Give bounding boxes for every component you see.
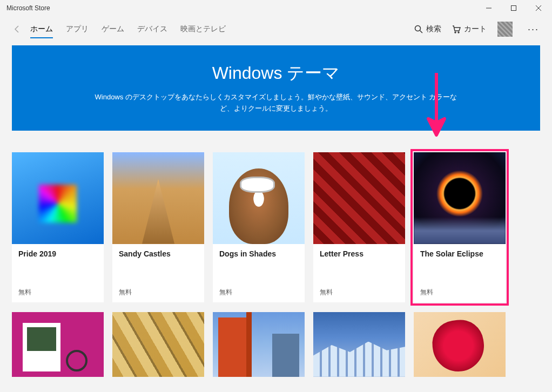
- content-area: Windows テーマ Windows のデスクトップをあなたらしくカスタマイズ…: [0, 42, 552, 392]
- theme-title: Dogs in Shades: [219, 249, 298, 258]
- nav-tabs: ホーム アプリ ゲーム デバイス 映画とテレビ: [30, 18, 414, 40]
- theme-title: Sandy Castles: [119, 249, 198, 258]
- theme-card-highlighted[interactable]: The Solar Eclipse 無料: [414, 152, 506, 302]
- theme-thumbnail: [112, 152, 204, 244]
- svg-point-2: [455, 32, 456, 33]
- titlebar: Microsoft Store: [0, 0, 552, 16]
- theme-title: The Solar Eclipse: [420, 249, 499, 258]
- theme-thumbnail: [213, 152, 305, 244]
- theme-card[interactable]: [112, 312, 204, 377]
- theme-card[interactable]: Letter Press 無料: [313, 152, 405, 302]
- theme-grid-row2: [12, 312, 540, 377]
- svg-rect-0: [511, 6, 516, 11]
- theme-card[interactable]: Sandy Castles 無料: [112, 152, 204, 302]
- maximize-button[interactable]: [501, 0, 526, 16]
- nav-tab-movies[interactable]: 映画とテレビ: [180, 18, 226, 40]
- header: ホーム アプリ ゲーム デバイス 映画とテレビ 検索 カート ···: [0, 16, 552, 42]
- nav-tab-devices[interactable]: デバイス: [137, 18, 167, 40]
- nav-tab-apps[interactable]: アプリ: [66, 18, 89, 40]
- theme-card[interactable]: [313, 312, 405, 377]
- close-button[interactable]: [526, 0, 551, 16]
- nav-tab-home[interactable]: ホーム: [30, 18, 53, 40]
- theme-thumbnail: [313, 152, 405, 244]
- theme-card[interactable]: Pride 2019 無料: [12, 152, 104, 302]
- avatar[interactable]: [497, 22, 513, 37]
- cart-icon: [452, 25, 461, 33]
- theme-title: Letter Press: [320, 249, 399, 258]
- theme-card[interactable]: [12, 312, 104, 377]
- theme-price: 無料: [420, 288, 499, 297]
- hero-title: Windows テーマ: [44, 62, 508, 85]
- back-button[interactable]: [9, 21, 26, 38]
- theme-price: 無料: [18, 288, 97, 297]
- theme-card[interactable]: Dogs in Shades 無料: [213, 152, 305, 302]
- svg-point-3: [458, 32, 459, 33]
- theme-thumbnail: [12, 152, 104, 244]
- search-icon: [414, 25, 423, 33]
- theme-title: Pride 2019: [18, 249, 97, 258]
- nav-tab-games[interactable]: ゲーム: [102, 18, 124, 40]
- search-label: 検索: [426, 24, 441, 34]
- cart-button[interactable]: カート: [452, 24, 487, 34]
- svg-point-1: [415, 26, 420, 31]
- theme-grid: Pride 2019 無料 Sandy Castles 無料: [12, 152, 540, 302]
- hero-subtitle: Windows のデスクトップをあなたらしくカスタマイズしましょう。鮮やかな壁紙…: [92, 92, 460, 114]
- theme-price: 無料: [320, 288, 399, 297]
- theme-price: 無料: [219, 288, 298, 297]
- search-button[interactable]: 検索: [414, 24, 441, 34]
- window-title: Microsoft Store: [6, 4, 476, 12]
- theme-card[interactable]: [414, 312, 506, 377]
- theme-card[interactable]: [213, 312, 305, 377]
- more-button[interactable]: ···: [523, 24, 543, 35]
- hero-banner: Windows テーマ Windows のデスクトップをあなたらしくカスタマイズ…: [12, 45, 540, 131]
- theme-thumbnail: [414, 152, 506, 244]
- theme-price: 無料: [119, 288, 198, 297]
- minimize-button[interactable]: [476, 0, 501, 16]
- cart-label: カート: [464, 24, 487, 34]
